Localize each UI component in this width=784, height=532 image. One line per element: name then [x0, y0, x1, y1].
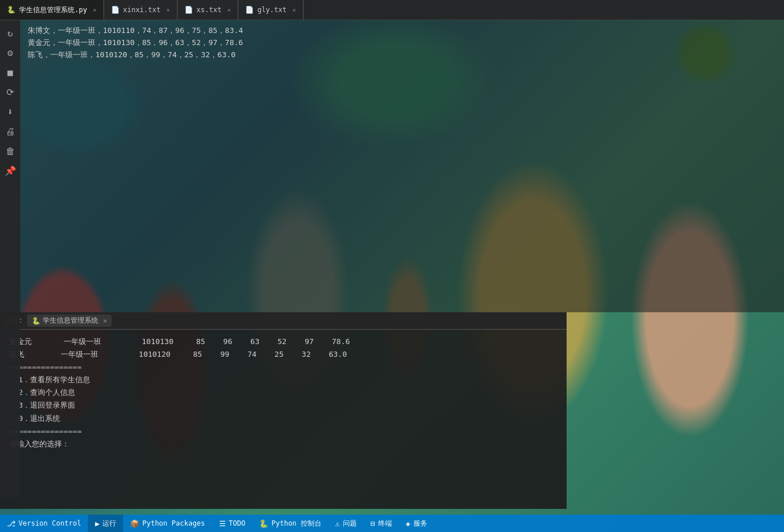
- tab-icon: 🐍: [7, 6, 16, 14]
- tab-label: xs.txt: [197, 6, 221, 14]
- menu-item: 1．查看所有学生信息: [9, 374, 557, 386]
- menu-item: 2．查询个人信息: [9, 386, 557, 399]
- tab-xs[interactable]: 📄xs.txt×: [177, 0, 238, 20]
- editor-area: 🐍学生信息管理系统.py×📄xinxi.txt×📄xs.txt×📄gly.txt…: [0, 0, 784, 312]
- status-label-services: 服务: [413, 519, 427, 529]
- tab-label: 学生信息管理系统.py: [19, 5, 87, 15]
- status-label-terminal: 终端: [378, 519, 392, 529]
- menu-item: 0．退出系统: [9, 412, 557, 425]
- status-icon-python-console: 🐍: [259, 519, 268, 528]
- sidebar-icon-rerun[interactable]: ⟳: [2, 84, 19, 100]
- status-icon-version-control: ⎇: [7, 519, 16, 528]
- status-label-python-console: Python 控制台: [271, 519, 321, 529]
- status-label-run: 运行: [102, 519, 116, 529]
- sidebar-icon-step[interactable]: ⬇: [2, 104, 19, 120]
- status-icon-todo: ☰: [219, 519, 226, 528]
- status-bar: ⎇Version Control▶运行📦Python Packages☰TODO…: [0, 515, 784, 532]
- sidebar-icon-trash[interactable]: 🗑: [2, 143, 19, 159]
- tab-icon: 📄: [184, 6, 193, 14]
- tab-close[interactable]: ×: [227, 7, 231, 13]
- run-tab[interactable]: 🐍 学生信息管理系统 ×: [27, 315, 112, 327]
- sidebar-icon-stop[interactable]: ■: [2, 64, 19, 80]
- left-sidebar: ↻⚙■⟳⬇🖨🗑📌: [0, 20, 20, 497]
- code-line: 黄金元，一年级一班，1010130，85，96，63，52，97，78.6: [28, 37, 784, 49]
- tab-main-py[interactable]: 🐍学生信息管理系统.py×: [0, 0, 104, 20]
- status-label-version-control: Version Control: [19, 519, 81, 527]
- input-prompt: 请输入您的选择：: [9, 438, 557, 450]
- tab-close[interactable]: ×: [93, 7, 97, 13]
- run-tab-bar: 运行: 🐍 学生信息管理系统 ×: [0, 312, 567, 330]
- tab-icon: 📄: [245, 6, 254, 14]
- status-icon-run: ▶: [95, 519, 99, 528]
- run-panel: 运行: 🐍 学生信息管理系统 × 黄金元 一年级一班 1010130 85 96…: [0, 312, 567, 509]
- status-item-problems[interactable]: ⚠问题: [328, 515, 364, 532]
- status-item-services[interactable]: ◈服务: [399, 515, 434, 532]
- code-line: 朱博文，一年级一班，1010110，74，87，96，75，85，83.4: [28, 25, 784, 37]
- tab-xinxi[interactable]: 📄xinxi.txt×: [104, 0, 177, 20]
- tab-label: xinxi.txt: [123, 6, 161, 14]
- divider-2: ================: [9, 425, 557, 438]
- sidebar-icon-pin[interactable]: 📌: [2, 162, 19, 179]
- tab-close[interactable]: ×: [167, 7, 170, 13]
- status-item-version-control[interactable]: ⎇Version Control: [0, 515, 88, 532]
- divider-1: ================: [9, 361, 557, 374]
- status-label-problems: 问题: [343, 519, 357, 529]
- status-icon-problems: ⚠: [335, 519, 340, 528]
- status-icon-services: ◈: [406, 519, 411, 528]
- run-tab-label: 学生信息管理系统: [43, 316, 98, 326]
- tab-icon: 📄: [111, 6, 120, 14]
- table-row: 陈飞 一年级一班 1010120 85 99 74 25 32 63.0: [9, 348, 557, 361]
- run-tab-icon: 🐍: [32, 317, 40, 325]
- tab-close[interactable]: ×: [293, 7, 296, 13]
- tab-bar: 🐍学生信息管理系统.py×📄xinxi.txt×📄xs.txt×📄gly.txt…: [0, 0, 784, 20]
- sidebar-icon-print[interactable]: 🖨: [2, 123, 19, 139]
- status-label-python-packages: Python Packages: [142, 519, 205, 527]
- status-item-terminal[interactable]: ⊟终端: [364, 515, 399, 532]
- status-label-todo: TODO: [229, 519, 246, 527]
- status-item-python-packages[interactable]: 📦Python Packages: [123, 515, 212, 532]
- tab-gly[interactable]: 📄gly.txt×: [238, 0, 304, 20]
- status-item-run[interactable]: ▶运行: [88, 515, 123, 532]
- code-content: 4 朱博文，一年级一班，1010110，74，87，96，75，85，83.4黄…: [0, 20, 784, 65]
- run-tab-close[interactable]: ×: [103, 317, 107, 325]
- status-item-todo[interactable]: ☰TODO: [212, 515, 253, 532]
- run-content: 黄金元 一年级一班 1010130 85 96 63 52 97 78.6陈飞 …: [0, 330, 567, 509]
- status-icon-terminal: ⊟: [371, 519, 375, 528]
- table-row: 黄金元 一年级一班 1010130 85 96 63 52 97 78.6: [9, 335, 557, 348]
- status-icon-python-packages: 📦: [130, 519, 139, 528]
- code-line: 陈飞，一年级一班，1010120，85，99，74，25，32，63.0: [28, 49, 784, 61]
- code-lines: 朱博文，一年级一班，1010110，74，87，96，75，85，83.4黄金元…: [23, 25, 784, 61]
- sidebar-icon-settings[interactable]: ⚙: [2, 45, 19, 61]
- status-item-python-console[interactable]: 🐍Python 控制台: [252, 515, 328, 532]
- sidebar-icon-refresh[interactable]: ↻: [2, 25, 19, 41]
- tab-label: gly.txt: [257, 6, 287, 14]
- menu-item: 3．退回登录界面: [9, 399, 557, 412]
